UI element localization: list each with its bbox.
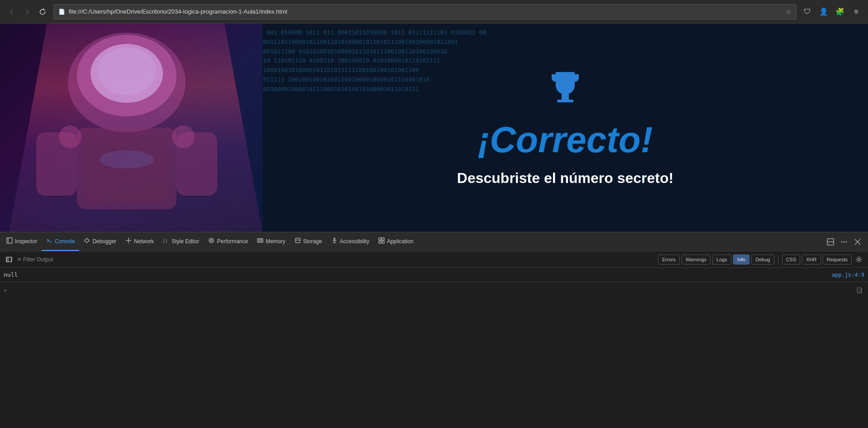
filter-errors-button[interactable]: Errors bbox=[658, 255, 680, 264]
prompt-chevron-icon: » bbox=[4, 287, 7, 293]
devtools-panel: Inspector Console Debugger bbox=[0, 232, 868, 298]
null-log-row: null app.js:4:9 bbox=[4, 269, 864, 280]
svg-line-32 bbox=[334, 242, 336, 243]
svg-rect-36 bbox=[382, 241, 384, 243]
filter-requests-button[interactable]: Requests bbox=[823, 255, 852, 264]
filter-debug-button[interactable]: Debug bbox=[751, 255, 774, 264]
tab-console[interactable]: Console bbox=[42, 232, 79, 251]
tab-inspector-label: Inspector bbox=[15, 238, 37, 245]
tab-memory[interactable]: Memory bbox=[253, 232, 290, 251]
tab-performance-label: Performance bbox=[217, 238, 248, 245]
accessibility-icon bbox=[331, 237, 338, 245]
svg-point-40 bbox=[844, 241, 845, 242]
console-input-line: » bbox=[0, 282, 868, 298]
address-input[interactable] bbox=[69, 8, 782, 15]
console-filter-buttons: Errors Warnings Logs Info Debug CSS XHR … bbox=[658, 254, 864, 265]
performance-icon bbox=[208, 237, 215, 245]
console-settings-button[interactable] bbox=[854, 254, 864, 265]
log-link[interactable]: app.js:4:9 bbox=[832, 272, 864, 278]
console-input-wrapper bbox=[10, 287, 852, 293]
trophy-icon bbox=[547, 69, 583, 110]
paste-to-repl-button[interactable] bbox=[854, 285, 864, 295]
svg-point-20 bbox=[209, 238, 214, 243]
svg-point-3 bbox=[97, 48, 156, 95]
inspector-icon bbox=[6, 237, 13, 245]
filter-divider bbox=[778, 255, 778, 264]
pocket-button[interactable]: 🛡 bbox=[801, 5, 814, 18]
tab-debugger[interactable]: Debugger bbox=[79, 232, 121, 251]
svg-rect-12 bbox=[557, 100, 573, 102]
filter-warnings-button[interactable]: Warnings bbox=[682, 255, 711, 264]
nav-buttons bbox=[5, 5, 49, 18]
svg-rect-34 bbox=[382, 238, 384, 240]
menu-button[interactable]: ≡ bbox=[850, 5, 863, 18]
storage-icon bbox=[295, 237, 301, 245]
main-content: ¡Correcto! Descubriste el número secreto… bbox=[262, 24, 868, 232]
svg-rect-26 bbox=[296, 238, 300, 243]
robot-image bbox=[0, 24, 262, 232]
tab-debugger-label: Debugger bbox=[92, 238, 116, 245]
profile-button[interactable]: 👤 bbox=[817, 5, 830, 18]
null-output: null bbox=[4, 269, 18, 280]
console-input[interactable] bbox=[10, 287, 852, 293]
subtitle-text: Descubriste el número secreto! bbox=[457, 170, 673, 187]
svg-point-41 bbox=[846, 241, 847, 242]
tab-console-label: Console bbox=[55, 238, 75, 245]
tab-performance[interactable]: Performance bbox=[204, 232, 253, 251]
forward-button[interactable] bbox=[21, 5, 33, 18]
svg-marker-16 bbox=[85, 238, 89, 243]
filter-icon: ⊘ bbox=[17, 256, 21, 262]
tab-inspector[interactable]: Inspector bbox=[2, 232, 42, 251]
tab-memory-label: Memory bbox=[266, 238, 285, 245]
tab-network-label: Network bbox=[134, 238, 154, 245]
correcto-heading: ¡Correcto! bbox=[478, 119, 653, 161]
svg-point-10 bbox=[100, 150, 154, 168]
undock-button[interactable] bbox=[825, 236, 836, 248]
svg-point-8 bbox=[59, 125, 81, 148]
svg-point-21 bbox=[210, 240, 212, 241]
svg-rect-33 bbox=[379, 238, 381, 240]
extensions-button[interactable]: 🧩 bbox=[834, 5, 846, 18]
reload-button[interactable] bbox=[36, 5, 49, 18]
tab-storage-label: Storage bbox=[303, 238, 322, 245]
tab-style-editor[interactable]: { } Style Editor bbox=[158, 232, 204, 251]
console-clear-button[interactable] bbox=[4, 254, 14, 265]
filter-xhr-button[interactable]: XHR bbox=[802, 255, 820, 264]
debugger-icon bbox=[84, 237, 90, 245]
address-bar[interactable]: 📄 ☆ bbox=[53, 4, 796, 19]
browser-chrome: 📄 ☆ 🛡 👤 🧩 ≡ bbox=[0, 0, 868, 24]
svg-point-9 bbox=[172, 125, 195, 148]
console-icon bbox=[46, 237, 52, 245]
tab-accessibility-label: Accessibility bbox=[340, 238, 369, 245]
svg-point-55 bbox=[858, 258, 860, 260]
svg-point-28 bbox=[334, 238, 335, 240]
svg-rect-13 bbox=[7, 238, 12, 243]
svg-rect-11 bbox=[562, 94, 569, 100]
devtools-actions bbox=[825, 236, 866, 248]
tab-application[interactable]: Application bbox=[374, 232, 418, 251]
more-options-button[interactable] bbox=[838, 236, 850, 248]
tab-storage[interactable]: Storage bbox=[290, 232, 327, 251]
svg-point-39 bbox=[841, 241, 843, 242]
devtools-toolbar: Inspector Console Debugger bbox=[0, 232, 868, 251]
svg-rect-57 bbox=[857, 288, 861, 293]
console-output: null app.js:4:9 bbox=[0, 268, 868, 282]
filter-css-button[interactable]: CSS bbox=[782, 255, 801, 264]
svg-text:{ }: { } bbox=[163, 239, 167, 243]
page-icon: 📄 bbox=[58, 9, 65, 15]
back-button[interactable] bbox=[5, 5, 18, 18]
tab-accessibility[interactable]: Accessibility bbox=[327, 232, 374, 251]
svg-rect-35 bbox=[379, 241, 381, 243]
memory-icon bbox=[257, 237, 263, 245]
tab-style-editor-label: Style Editor bbox=[172, 238, 199, 245]
bookmark-star-icon[interactable]: ☆ bbox=[786, 8, 792, 15]
network-icon bbox=[125, 237, 132, 245]
tab-network[interactable]: Network bbox=[121, 232, 158, 251]
close-devtools-button[interactable] bbox=[852, 236, 863, 248]
application-icon bbox=[378, 237, 385, 245]
browser-actions: 🛡 👤 🧩 ≡ bbox=[801, 5, 863, 18]
filter-output-wrapper: ⊘ Filter Output bbox=[17, 256, 53, 263]
console-prompt: » bbox=[4, 287, 7, 293]
filter-logs-button[interactable]: Logs bbox=[712, 255, 731, 264]
filter-info-button[interactable]: Info bbox=[733, 255, 749, 264]
